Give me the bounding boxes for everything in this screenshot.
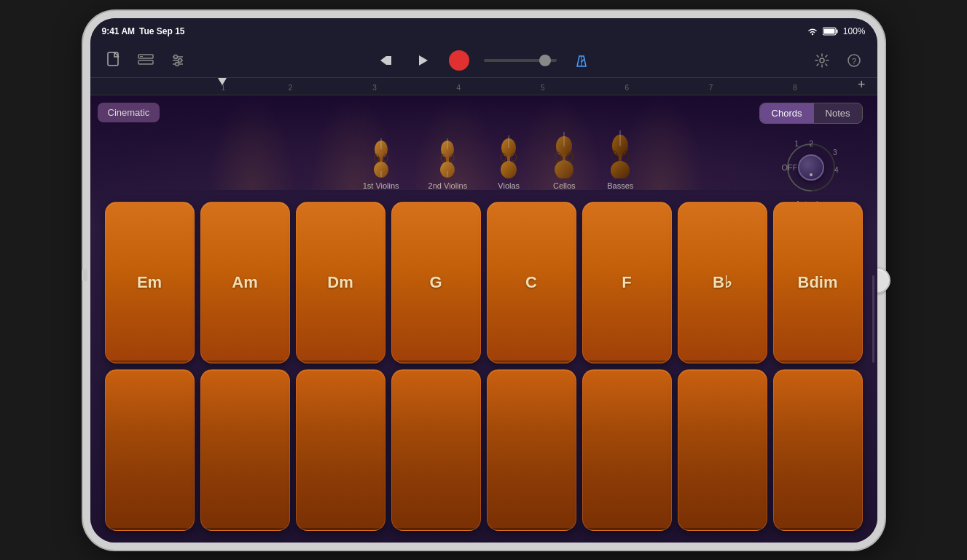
instrument-label-1: 1st Violins (363, 181, 399, 190)
svg-point-11 (178, 59, 181, 63)
chord-pad-dm[interactable]: Dm (296, 202, 385, 363)
chord-pad-2-5[interactable] (487, 369, 576, 531)
chord-pad-2-1[interactable] (105, 369, 195, 531)
transport-controls (375, 49, 593, 72)
chord-label-dm: Dm (327, 273, 353, 292)
instrument-label-5: Basses (607, 181, 633, 190)
instrument-label-3: Violas (498, 181, 520, 190)
transport-slider[interactable] (484, 59, 557, 62)
chord-pad-g[interactable]: G (391, 202, 481, 363)
side-button[interactable] (82, 269, 87, 281)
timeline-ruler: 1 2 3 4 5 6 7 8 + (90, 78, 877, 95)
instrument-violas[interactable]: Violas (496, 132, 521, 190)
instrument-pack-label[interactable]: Cinematic (98, 103, 160, 122)
play-button[interactable] (411, 49, 434, 72)
help-button[interactable]: ? (842, 49, 866, 72)
svg-marker-13 (380, 56, 386, 65)
chord-label-bb: B♭ (713, 273, 732, 292)
new-song-button[interactable] (102, 49, 125, 72)
notes-toggle-button[interactable]: Notes (814, 103, 862, 123)
svg-rect-6 (140, 56, 143, 57)
autoplay-num-4: 4 (834, 166, 839, 174)
violin-icon-2 (436, 135, 459, 178)
chord-pad-2-3[interactable] (296, 369, 385, 531)
chord-pad-2-6[interactable] (582, 369, 672, 531)
controls-panel: Chords Notes OFF (759, 103, 863, 208)
chord-label-em: Em (137, 273, 162, 292)
toolbar-left (102, 49, 189, 72)
instrument-label-4: Cellos (553, 181, 576, 190)
instrument-label-2: 2nd Violins (428, 181, 468, 190)
svg-point-51 (611, 161, 630, 178)
viola-icon (496, 132, 521, 178)
svg-point-20 (820, 58, 824, 63)
add-track-button[interactable]: + (858, 77, 866, 92)
battery-icon (823, 27, 839, 36)
chord-pad-f[interactable]: F (582, 202, 672, 363)
device-screen: 9:41 AM Tue Sep 15 100% (90, 18, 877, 543)
status-bar: 9:41 AM Tue Sep 15 100% (90, 18, 877, 44)
chord-pad-am[interactable]: Am (200, 202, 290, 363)
svg-line-19 (582, 59, 584, 62)
device-frame: 9:41 AM Tue Sep 15 100% (83, 11, 885, 550)
instrument-1st-violins[interactable]: 1st Violins (363, 135, 399, 190)
ruler-mark-3: 3 (372, 84, 456, 93)
svg-rect-5 (138, 60, 153, 64)
toolbar: ? (90, 44, 877, 78)
date-display: Tue Sep 15 (139, 26, 184, 36)
svg-point-10 (173, 55, 177, 59)
autoplay-ring: OFF 2 3 4 1 (782, 138, 840, 197)
ruler-mark-4: 4 (457, 84, 541, 93)
instrument-cellos[interactable]: Cellos (550, 129, 578, 190)
battery-label: 100% (843, 26, 866, 36)
chord-pad-bb[interactable]: B♭ (678, 202, 767, 363)
metronome-button[interactable] (570, 49, 593, 72)
knob-indicator (810, 173, 813, 176)
violin-icon-1 (369, 135, 393, 178)
autoplay-num-1: 1 (795, 140, 799, 148)
chord-pad-bdim[interactable]: Bdim (773, 202, 863, 363)
autoplay-knob[interactable] (798, 154, 824, 181)
chord-pad-em[interactable]: Em (105, 202, 195, 363)
svg-rect-15 (388, 56, 391, 65)
svg-text:?: ? (851, 57, 856, 66)
chord-pad-2-7[interactable] (678, 369, 767, 531)
chord-label-g: G (429, 273, 442, 292)
bass-icon (607, 127, 633, 178)
toolbar-right: ? (810, 49, 866, 72)
svg-rect-1 (836, 29, 837, 33)
chord-pad-2-2[interactable] (200, 369, 290, 531)
ruler-mark-5: 5 (541, 84, 625, 93)
autoplay-off-label: OFF (782, 163, 798, 172)
svg-point-39 (501, 161, 517, 178)
chord-notes-toggle[interactable]: Chords Notes (759, 103, 863, 124)
chord-row-2 (105, 369, 863, 531)
instrument-2nd-violins[interactable]: 2nd Violins (428, 135, 468, 190)
autoplay-num-2: 2 (810, 140, 814, 148)
mixer-button[interactable] (166, 49, 189, 72)
rewind-button[interactable] (375, 49, 398, 72)
svg-point-47 (555, 152, 561, 161)
record-button[interactable] (447, 49, 471, 72)
scroll-indicator (872, 275, 874, 363)
wifi-icon (807, 27, 818, 36)
transport-thumb (539, 55, 551, 66)
status-left: 9:41 AM Tue Sep 15 (102, 26, 185, 36)
settings-button[interactable] (810, 49, 834, 72)
ruler-mark-6: 6 (625, 84, 708, 93)
autoplay-num-3: 3 (833, 149, 837, 157)
chords-toggle-button[interactable]: Chords (760, 103, 814, 123)
svg-point-45 (555, 160, 573, 178)
chord-label-am: Am (232, 273, 257, 292)
tracks-button[interactable] (134, 49, 157, 72)
chord-row-1: Em Am Dm G C F (105, 202, 863, 363)
main-content: Cinematic (90, 95, 877, 543)
svg-point-48 (567, 152, 573, 161)
chord-label-f: F (622, 273, 631, 292)
instrument-strip: 1st Violins (90, 95, 877, 190)
chord-pad-c[interactable]: C (487, 202, 576, 363)
svg-rect-14 (386, 56, 388, 65)
chord-pad-2-4[interactable] (391, 369, 481, 531)
instrument-basses[interactable]: Basses (607, 127, 633, 190)
chord-pad-2-8[interactable] (773, 369, 863, 531)
